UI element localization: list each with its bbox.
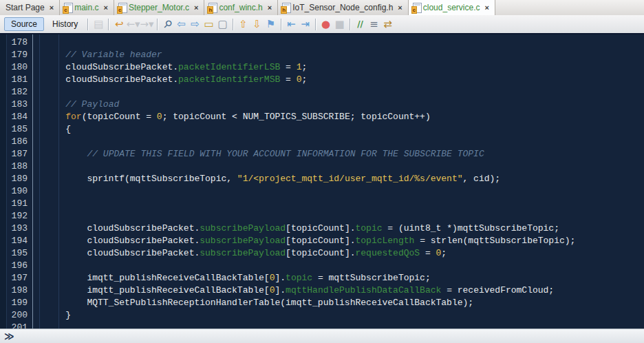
c-file-icon: c — [118, 3, 127, 13]
code-line[interactable]: 190 — [0, 185, 644, 198]
tab-start-page[interactable]: Start Page× — [0, 0, 60, 15]
code-text: cloudSubscribePacket.subscribePayload[to… — [44, 247, 447, 260]
previous-bookmark-icon[interactable]: ⇧ — [237, 17, 250, 32]
code-line[interactable]: 180 cloudSubscribePacket.packetIdentifie… — [0, 61, 644, 74]
tab-cloud_service-c[interactable]: ccloud_service.c× — [409, 0, 495, 15]
line-number[interactable]: 186 — [0, 136, 32, 148]
code-text: for(topicCount = 0; topicCount < NUM_TOP… — [44, 111, 431, 123]
code-text: { — [44, 123, 71, 136]
toolbar-separator — [350, 19, 351, 30]
code-line[interactable]: 195 cloudSubscribePacket.subscribePayloa… — [0, 247, 644, 260]
code-line[interactable]: 191 — [0, 198, 644, 210]
line-number[interactable]: 188 — [0, 160, 32, 173]
line-number[interactable]: 195 — [0, 247, 32, 260]
c-file-icon: c — [64, 3, 73, 13]
tab-bar: Start Page×cmain.c×cStepper_Motor.c×hcon… — [0, 0, 644, 16]
history-view-button[interactable]: History — [45, 17, 85, 31]
line-number[interactable]: 199 — [0, 297, 32, 309]
tab-stepper_motor-c[interactable]: cStepper_Motor.c× — [114, 0, 205, 15]
line-number[interactable]: 184 — [0, 111, 32, 123]
code-text: imqtt_publishReceiveCallBackTable[0].mqt… — [44, 284, 554, 297]
code-text: sprintf(mqttSubscribeTopic, "1/<project_… — [44, 173, 500, 185]
code-line[interactable]: 188 — [0, 160, 644, 173]
close-icon[interactable]: × — [103, 4, 108, 11]
code-line[interactable]: 189 sprintf(mqttSubscribeTopic, "1/<proj… — [0, 173, 644, 185]
close-icon[interactable]: × — [397, 4, 402, 11]
line-number[interactable]: 197 — [0, 272, 32, 284]
line-number[interactable]: 181 — [0, 74, 32, 86]
toggle-bookmark-icon[interactable]: ⚑ — [264, 17, 278, 32]
line-number[interactable]: 192 — [0, 210, 32, 222]
code-line[interactable]: 181 cloudSubscribePacket.packetIdentifie… — [0, 74, 644, 86]
close-icon[interactable]: × — [193, 4, 199, 11]
line-number[interactable]: 194 — [0, 235, 32, 247]
breadcrumb-bar: ≫ — [0, 329, 644, 343]
comment-icon[interactable]: // — [354, 17, 367, 32]
uncomment-icon[interactable]: ≡ — [367, 17, 381, 32]
tab-label: conf_winc.h — [219, 3, 262, 12]
tab-label: cloud_service.c — [423, 3, 480, 12]
code-line[interactable]: 194 cloudSubscribePacket.subscribePayloa… — [0, 235, 644, 247]
code-line[interactable]: 198 imqtt_publishReceiveCallBackTable[0]… — [0, 284, 644, 297]
toggle-header-source-icon[interactable]: ⇄ — [381, 17, 395, 32]
close-icon[interactable]: × — [267, 4, 272, 11]
tab-iot_sensor_node_config-h[interactable]: hIoT_Sensor_Node_config.h× — [278, 0, 409, 15]
code-line[interactable]: 186 — [0, 136, 644, 148]
code-line[interactable]: 185 { — [0, 123, 644, 136]
toolbar-separator — [108, 19, 109, 30]
code-line[interactable]: 187 // UPDATE THIS FIELD WITH YOUR ACCOU… — [0, 148, 644, 160]
line-number[interactable]: 200 — [0, 309, 32, 322]
breadcrumb-expand-icon[interactable]: ≫ — [4, 330, 14, 342]
line-number[interactable]: 182 — [0, 86, 32, 98]
tab-main-c[interactable]: cmain.c× — [60, 0, 114, 15]
shift-line-right-icon[interactable]: ⇥ — [299, 17, 312, 32]
navigate-back-icon: ←▾ — [126, 17, 140, 32]
code-text: cloudSubscribePacket.packetIdentifierMSB… — [44, 74, 307, 86]
line-number[interactable]: 178 — [0, 37, 32, 49]
stop-macro-recording-icon: ■ — [333, 17, 347, 32]
line-number[interactable]: 183 — [0, 98, 32, 111]
line-number[interactable]: 189 — [0, 173, 32, 185]
code-line[interactable]: 179 // Variable header — [0, 49, 644, 61]
code-line[interactable]: 182 — [0, 86, 644, 98]
line-number[interactable]: 179 — [0, 49, 32, 61]
navigate-forward-icon: →▾ — [140, 17, 153, 32]
code-line[interactable]: 199 MQTT_SetPublishReceptionHandlerTable… — [0, 297, 644, 309]
tab-conf_winc-h[interactable]: hconf_winc.h× — [204, 0, 278, 15]
toolbar-separator — [233, 19, 234, 30]
code-line[interactable]: 183 // Payload — [0, 98, 644, 111]
line-number[interactable]: 196 — [0, 260, 32, 272]
find-next-icon[interactable]: ⇨ — [189, 17, 202, 32]
code-text: // UPDATE THIS FIELD WITH YOUR ACCOUNT I… — [44, 148, 484, 160]
tab-label: main.c — [74, 3, 98, 12]
ide-window: Start Page×cmain.c×cStepper_Motor.c×hcon… — [0, 0, 644, 343]
code-text: // Variable header — [44, 49, 162, 61]
code-line[interactable]: 200 } — [0, 309, 644, 322]
line-number[interactable]: 198 — [0, 284, 32, 297]
code-line[interactable]: 197 imqtt_publishReceiveCallBackTable[0]… — [0, 272, 644, 284]
back-to-last-edit-icon[interactable]: ↩ — [112, 17, 126, 32]
line-number[interactable]: 191 — [0, 198, 32, 210]
close-icon[interactable]: × — [484, 4, 490, 11]
line-number[interactable]: 187 — [0, 148, 32, 160]
start-macro-recording-icon[interactable]: ● — [319, 17, 333, 32]
source-view-button[interactable]: Source — [4, 17, 44, 31]
line-number[interactable]: 185 — [0, 123, 32, 136]
code-line[interactable]: 192 — [0, 210, 644, 222]
code-line[interactable]: 196 — [0, 260, 644, 272]
code-line[interactable]: 184 for(topicCount = 0; topicCount < NUM… — [0, 111, 644, 123]
code-editor[interactable]: 178179 // Variable header180 cloudSubscr… — [0, 33, 644, 331]
toolbar-separator — [87, 19, 89, 30]
line-number[interactable]: 190 — [0, 185, 32, 198]
code-line[interactable]: 193 cloudSubscribePacket.subscribePayloa… — [0, 222, 644, 235]
next-bookmark-icon[interactable]: ⇩ — [250, 17, 264, 32]
close-icon[interactable]: × — [49, 4, 54, 11]
line-number[interactable]: 193 — [0, 222, 32, 235]
code-line[interactable]: 178 — [0, 37, 644, 49]
shift-line-left-icon[interactable]: ⇤ — [285, 17, 299, 32]
rectangular-selection-icon[interactable]: ▢ — [216, 17, 230, 32]
toolbar-separator — [281, 19, 282, 30]
line-number[interactable]: 180 — [0, 61, 32, 74]
tab-label: Stepper_Motor.c — [129, 3, 189, 12]
toggle-highlight-search-icon[interactable]: ▭ — [202, 17, 216, 32]
